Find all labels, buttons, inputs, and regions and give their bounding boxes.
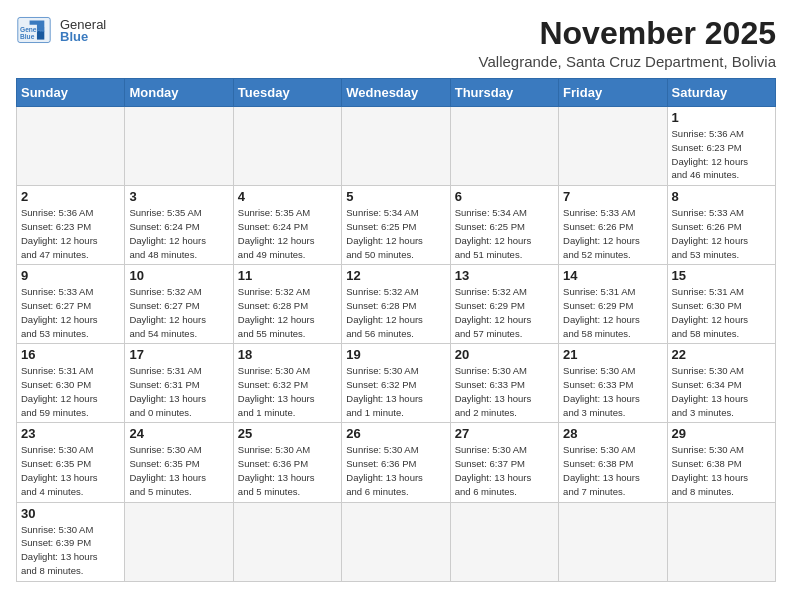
week-row-3: 9 Sunrise: 5:33 AM Sunset: 6:27 PM Dayli… [17, 265, 776, 344]
logo: General Blue General Blue [16, 16, 106, 44]
header-wednesday: Wednesday [342, 79, 450, 107]
empty-cell [125, 502, 233, 581]
day-18: 18 Sunrise: 5:30 AM Sunset: 6:32 PM Dayl… [233, 344, 341, 423]
day-3: 3 Sunrise: 5:35 AM Sunset: 6:24 PM Dayli… [125, 186, 233, 265]
day-26: 26 Sunrise: 5:30 AM Sunset: 6:36 PM Dayl… [342, 423, 450, 502]
svg-text:Blue: Blue [20, 33, 35, 40]
day-15: 15 Sunrise: 5:31 AM Sunset: 6:30 PM Dayl… [667, 265, 775, 344]
empty-cell [17, 107, 125, 186]
day-8: 8 Sunrise: 5:33 AM Sunset: 6:26 PM Dayli… [667, 186, 775, 265]
day-9: 9 Sunrise: 5:33 AM Sunset: 6:27 PM Dayli… [17, 265, 125, 344]
header-monday: Monday [125, 79, 233, 107]
title-area: November 2025 Vallegrande, Santa Cruz De… [479, 16, 776, 70]
day-30: 30 Sunrise: 5:30 AM Sunset: 6:39 PM Dayl… [17, 502, 125, 581]
empty-cell [667, 502, 775, 581]
day-11: 11 Sunrise: 5:32 AM Sunset: 6:28 PM Dayl… [233, 265, 341, 344]
week-row-5: 23 Sunrise: 5:30 AM Sunset: 6:35 PM Dayl… [17, 423, 776, 502]
empty-cell [342, 107, 450, 186]
day-25: 25 Sunrise: 5:30 AM Sunset: 6:36 PM Dayl… [233, 423, 341, 502]
week-row-1: 1 Sunrise: 5:36 AM Sunset: 6:23 PM Dayli… [17, 107, 776, 186]
day-2: 2 Sunrise: 5:36 AM Sunset: 6:23 PM Dayli… [17, 186, 125, 265]
header-sunday: Sunday [17, 79, 125, 107]
logo-icon: General Blue [16, 16, 52, 44]
empty-cell [559, 502, 667, 581]
day-27: 27 Sunrise: 5:30 AM Sunset: 6:37 PM Dayl… [450, 423, 558, 502]
day-17: 17 Sunrise: 5:31 AM Sunset: 6:31 PM Dayl… [125, 344, 233, 423]
day-6: 6 Sunrise: 5:34 AM Sunset: 6:25 PM Dayli… [450, 186, 558, 265]
weekday-header-row: Sunday Monday Tuesday Wednesday Thursday… [17, 79, 776, 107]
empty-cell [450, 502, 558, 581]
day-13: 13 Sunrise: 5:32 AM Sunset: 6:29 PM Dayl… [450, 265, 558, 344]
empty-cell [233, 107, 341, 186]
header-friday: Friday [559, 79, 667, 107]
week-row-4: 16 Sunrise: 5:31 AM Sunset: 6:30 PM Dayl… [17, 344, 776, 423]
day-22: 22 Sunrise: 5:30 AM Sunset: 6:34 PM Dayl… [667, 344, 775, 423]
location-title: Vallegrande, Santa Cruz Department, Boli… [479, 53, 776, 70]
day-24: 24 Sunrise: 5:30 AM Sunset: 6:35 PM Dayl… [125, 423, 233, 502]
week-row-2: 2 Sunrise: 5:36 AM Sunset: 6:23 PM Dayli… [17, 186, 776, 265]
header-tuesday: Tuesday [233, 79, 341, 107]
calendar-table: Sunday Monday Tuesday Wednesday Thursday… [16, 78, 776, 581]
empty-cell [233, 502, 341, 581]
week-row-6: 30 Sunrise: 5:30 AM Sunset: 6:39 PM Dayl… [17, 502, 776, 581]
page-header: General Blue General Blue November 2025 … [16, 16, 776, 70]
empty-cell [450, 107, 558, 186]
day-29: 29 Sunrise: 5:30 AM Sunset: 6:38 PM Dayl… [667, 423, 775, 502]
day-28: 28 Sunrise: 5:30 AM Sunset: 6:38 PM Dayl… [559, 423, 667, 502]
day-19: 19 Sunrise: 5:30 AM Sunset: 6:32 PM Dayl… [342, 344, 450, 423]
empty-cell [125, 107, 233, 186]
header-thursday: Thursday [450, 79, 558, 107]
day-12: 12 Sunrise: 5:32 AM Sunset: 6:28 PM Dayl… [342, 265, 450, 344]
empty-cell [559, 107, 667, 186]
day-5: 5 Sunrise: 5:34 AM Sunset: 6:25 PM Dayli… [342, 186, 450, 265]
day-21: 21 Sunrise: 5:30 AM Sunset: 6:33 PM Dayl… [559, 344, 667, 423]
empty-cell [342, 502, 450, 581]
day-1: 1 Sunrise: 5:36 AM Sunset: 6:23 PM Dayli… [667, 107, 775, 186]
day-20: 20 Sunrise: 5:30 AM Sunset: 6:33 PM Dayl… [450, 344, 558, 423]
day-10: 10 Sunrise: 5:32 AM Sunset: 6:27 PM Dayl… [125, 265, 233, 344]
day-23: 23 Sunrise: 5:30 AM Sunset: 6:35 PM Dayl… [17, 423, 125, 502]
header-saturday: Saturday [667, 79, 775, 107]
month-title: November 2025 [479, 16, 776, 51]
day-14: 14 Sunrise: 5:31 AM Sunset: 6:29 PM Dayl… [559, 265, 667, 344]
day-7: 7 Sunrise: 5:33 AM Sunset: 6:26 PM Dayli… [559, 186, 667, 265]
day-16: 16 Sunrise: 5:31 AM Sunset: 6:30 PM Dayl… [17, 344, 125, 423]
day-4: 4 Sunrise: 5:35 AM Sunset: 6:24 PM Dayli… [233, 186, 341, 265]
